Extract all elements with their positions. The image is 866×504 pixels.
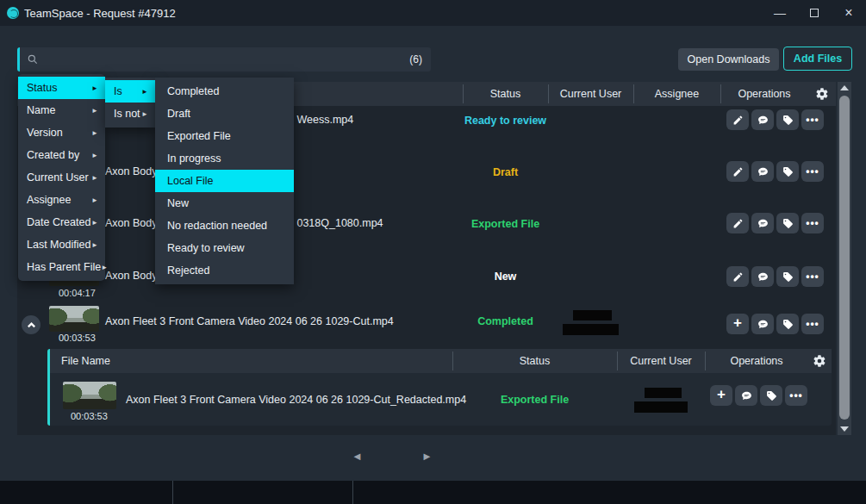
edit-button[interactable] xyxy=(726,266,749,287)
child-table-row[interactable]: 00:03:53 Axon Fleet 3 Front Camera Video… xyxy=(50,373,832,425)
tag-button[interactable] xyxy=(776,314,799,334)
submenu-arrow-icon: ► xyxy=(141,88,148,96)
menu-item-completed[interactable]: Completed xyxy=(155,80,294,103)
column-header-current-user[interactable]: Current User xyxy=(617,349,705,373)
menu-item-name[interactable]: Name► xyxy=(18,99,105,121)
comment-button[interactable] xyxy=(751,109,774,130)
menu-item-exported-file[interactable]: Exported File xyxy=(155,125,294,147)
scroll-up-button[interactable] xyxy=(838,82,851,94)
table-row[interactable]: Axon Body 0318Q_1080.mp4 Exported File •… xyxy=(17,209,836,261)
comment-button[interactable] xyxy=(751,213,774,233)
filter-value-menu: Completed Draft Exported File In progres… xyxy=(155,78,294,284)
more-options-button[interactable]: ••• xyxy=(801,109,824,130)
table-row[interactable]: Axon Body Draft ••• xyxy=(17,158,836,209)
search-input[interactable]: (6) xyxy=(17,47,431,72)
menu-item-label: Date Created xyxy=(27,216,90,228)
tag-button[interactable] xyxy=(776,161,799,182)
tag-button[interactable] xyxy=(776,266,799,287)
menu-item-assignee[interactable]: Assignee► xyxy=(18,189,105,211)
menu-item-is[interactable]: Is► xyxy=(105,80,155,103)
minimize-button[interactable]: — xyxy=(763,0,797,26)
file-name: 0318Q_1080.mp4 xyxy=(296,217,383,229)
comment-button[interactable] xyxy=(751,161,774,182)
menu-item-date-created[interactable]: Date Created► xyxy=(18,211,105,233)
menu-item-is-not[interactable]: Is not► xyxy=(105,103,155,125)
menu-item-label: Local File xyxy=(167,175,214,187)
status-badge: Draft xyxy=(463,166,548,178)
redacted-current-user xyxy=(563,324,619,335)
column-header-assignee[interactable]: Assignee xyxy=(633,82,720,106)
open-downloads-button[interactable]: Open Downloads xyxy=(678,48,779,71)
collapse-row-button[interactable] xyxy=(22,315,40,334)
menu-item-new[interactable]: New xyxy=(155,192,294,215)
menu-item-label: In progress xyxy=(167,152,221,165)
menu-item-label: Assignee xyxy=(27,194,71,206)
tag-button[interactable] xyxy=(776,109,799,130)
column-header-status[interactable]: Status xyxy=(463,82,548,106)
comment-button[interactable] xyxy=(751,266,774,287)
menu-item-label: Has Parent File xyxy=(27,261,101,273)
menu-item-label: Is not xyxy=(114,108,140,120)
next-page-button[interactable]: ► xyxy=(421,450,433,463)
add-files-button[interactable]: Add Files xyxy=(783,47,852,71)
add-button[interactable]: + xyxy=(726,314,749,334)
scroll-down-button[interactable] xyxy=(838,423,851,435)
title-bar: TeamSpace - Request #47912 — × xyxy=(0,0,866,26)
edit-button[interactable] xyxy=(726,161,749,182)
menu-item-version[interactable]: Version► xyxy=(18,121,105,144)
menu-item-draft[interactable]: Draft xyxy=(155,103,294,125)
more-options-button[interactable]: ••• xyxy=(801,266,824,287)
maximize-button[interactable] xyxy=(797,0,832,26)
menu-item-label: Ready to review xyxy=(167,242,245,254)
submenu-arrow-icon: ► xyxy=(91,84,98,92)
column-header-operations[interactable]: Operations xyxy=(720,82,808,106)
previous-page-button[interactable]: ◄ xyxy=(352,450,363,463)
file-name: Weess.mp4 xyxy=(296,114,353,126)
video-duration: 00:03:53 xyxy=(71,411,108,421)
menu-item-last-modified[interactable]: Last Modified► xyxy=(18,233,105,256)
tag-button[interactable] xyxy=(776,213,799,233)
table-row-expanded[interactable]: 00:03:53 Axon Fleet 3 Front Camera Video… xyxy=(17,299,836,349)
column-header-status[interactable]: Status xyxy=(452,349,617,373)
edit-button[interactable] xyxy=(726,109,749,130)
menu-item-label: Version xyxy=(27,127,63,139)
scroll-down-icon xyxy=(840,426,849,432)
maximize-icon xyxy=(810,9,819,17)
column-header-current-user[interactable]: Current User xyxy=(548,82,633,106)
vertical-scrollbar[interactable] xyxy=(838,82,851,435)
menu-item-status[interactable]: Status► xyxy=(18,77,105,99)
column-header-operations[interactable]: Operations xyxy=(705,349,808,373)
chevron-up-icon xyxy=(27,320,36,330)
more-options-button[interactable]: ••• xyxy=(785,385,807,406)
tag-button[interactable] xyxy=(760,385,782,406)
menu-item-rejected[interactable]: Rejected xyxy=(155,259,294,282)
more-options-button[interactable]: ••• xyxy=(801,314,824,334)
menu-item-local-file[interactable]: Local File xyxy=(155,170,294,192)
column-settings-gear-icon[interactable] xyxy=(813,354,826,368)
menu-item-label: Status xyxy=(27,82,57,94)
comment-button[interactable] xyxy=(735,385,757,406)
column-header-filename[interactable]: File Name xyxy=(61,349,110,373)
scrollbar-thumb[interactable] xyxy=(839,96,850,420)
table-row[interactable]: 00:04:17 Axon Body 3 Video 2024 .mp4 New… xyxy=(17,261,836,299)
more-options-button[interactable]: ••• xyxy=(801,213,824,233)
video-thumbnail[interactable] xyxy=(49,306,99,332)
more-options-button[interactable]: ••• xyxy=(801,161,824,182)
add-button[interactable]: + xyxy=(710,385,732,406)
close-button[interactable]: × xyxy=(832,0,866,26)
menu-item-has-parent-file[interactable]: Has Parent File► xyxy=(18,256,105,278)
redacted-current-user xyxy=(634,401,688,413)
menu-item-no-redaction-needed[interactable]: No redaction needed xyxy=(155,215,294,237)
column-settings-gear-icon[interactable] xyxy=(815,87,829,101)
edit-button[interactable] xyxy=(726,213,749,233)
video-thumbnail[interactable] xyxy=(63,382,116,409)
menu-item-in-progress[interactable]: In progress xyxy=(155,147,294,170)
menu-item-current-user[interactable]: Current User► xyxy=(18,166,105,189)
menu-item-created-by[interactable]: Created by► xyxy=(18,144,105,166)
comment-button[interactable] xyxy=(751,314,774,334)
menu-item-ready-to-review[interactable]: Ready to review xyxy=(155,237,294,259)
pagination-bar: ◄ / 1 ► 50 / page Back xyxy=(0,435,866,481)
menu-item-label: New xyxy=(167,197,189,209)
menu-item-label: Exported File xyxy=(167,130,231,142)
app-window: TeamSpace - Request #47912 — × (6) Open … xyxy=(0,0,866,504)
